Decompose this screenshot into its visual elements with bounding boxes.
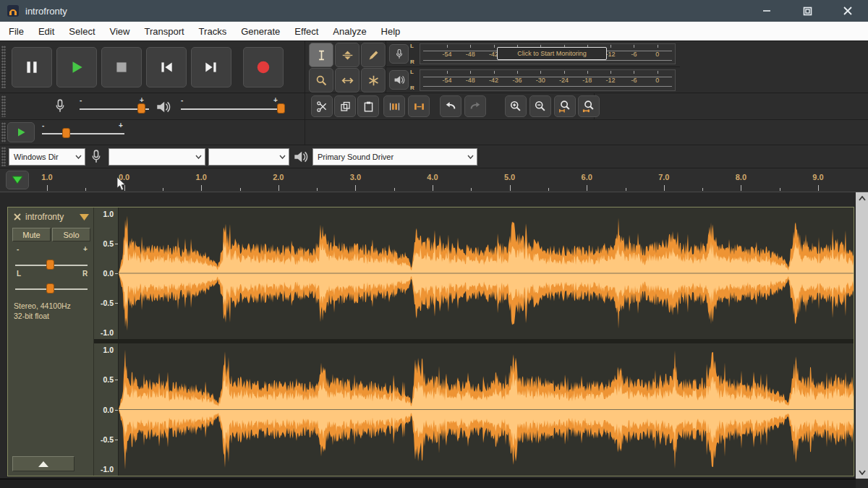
mixer-toolbar: - + - + — [0, 93, 305, 119]
meter-right-label: R — [410, 59, 414, 65]
silence-audio-icon — [413, 100, 425, 113]
record-button[interactable] — [243, 47, 284, 87]
multi-tool-button[interactable] — [361, 68, 386, 93]
zoom-tool-button[interactable] — [309, 68, 333, 93]
maximize-button[interactable] — [793, 0, 822, 22]
meter-scale-label: 0 — [655, 51, 659, 58]
minimize-button[interactable] — [752, 0, 781, 22]
recording-device-dropdown[interactable] — [109, 148, 205, 166]
close-track-button[interactable] — [13, 213, 22, 221]
recording-volume-min-label: - — [80, 96, 82, 104]
solo-button[interactable]: Solo — [52, 228, 90, 241]
track-menu-arrow-icon[interactable] — [80, 214, 89, 221]
meter-tick — [658, 71, 658, 74]
recording-channels-dropdown[interactable] — [208, 148, 289, 166]
toolbar-grip[interactable] — [1, 122, 6, 143]
meter-tick — [494, 71, 495, 74]
selection-tool-button[interactable] — [309, 43, 333, 67]
copy-button[interactable] — [334, 95, 356, 117]
menu-generate[interactable]: Generate — [234, 23, 287, 40]
vertical-scrollbar[interactable] — [856, 192, 868, 479]
draw-tool-button[interactable] — [361, 43, 386, 67]
playback-meter-scale[interactable]: -54-48-42-36-30-24-18-12-60 — [420, 69, 676, 91]
timeline-minor-tick — [702, 188, 703, 191]
collapse-track-button[interactable] — [12, 456, 75, 471]
amplitude-label: 0.0 — [103, 406, 114, 414]
timeline-major-tick — [510, 185, 511, 191]
timeline-pin-button[interactable] — [6, 171, 29, 189]
menu-transport[interactable]: Transport — [137, 23, 191, 40]
timeline-label: 9.0 — [812, 173, 823, 181]
gain-thumb[interactable] — [46, 260, 54, 270]
chevron-down-icon — [467, 155, 474, 159]
waveform-right-channel[interactable] — [119, 343, 854, 476]
menu-file[interactable]: File — [1, 23, 31, 40]
speed-min-label: - — [42, 121, 44, 129]
fit-selection-button[interactable] — [554, 95, 576, 117]
skip-to-start-button[interactable] — [146, 47, 187, 87]
timeline-ruler[interactable]: 1.00.01.02.03.04.05.06.07.08.09.0 — [0, 168, 868, 192]
menu-tracks[interactable]: Tracks — [192, 23, 234, 40]
scroll-down-icon[interactable] — [859, 470, 866, 475]
audio-host-dropdown[interactable]: Windows Dir — [9, 148, 85, 166]
recording-meter-button[interactable] — [389, 44, 409, 64]
meter-tick — [447, 45, 448, 48]
zoom-in-button[interactable] — [505, 95, 527, 117]
timeshift-tool-icon — [341, 74, 354, 87]
envelope-tool-button[interactable] — [335, 43, 359, 67]
audacity-window: introfronty FileEditSelectViewTransportT… — [0, 0, 868, 488]
timeline-minor-tick — [240, 188, 241, 191]
toolbar-grip[interactable] — [1, 147, 6, 166]
stop-icon — [114, 59, 129, 75]
menu-view[interactable]: View — [103, 23, 137, 40]
menu-select[interactable]: Select — [61, 23, 102, 40]
recording-volume-thumb[interactable] — [137, 103, 145, 114]
menu-edit[interactable]: Edit — [31, 23, 61, 40]
toolbar-grip[interactable] — [1, 46, 6, 89]
horizontal-scrollbar[interactable] — [0, 479, 856, 488]
toolbar-grip[interactable] — [1, 95, 6, 117]
vertical-ruler-right-channel[interactable]: 1.00.50.0-0.5-1.0 — [94, 343, 119, 476]
pause-button[interactable] — [12, 47, 52, 87]
waveform-left-channel[interactable] — [119, 207, 854, 339]
redo-button[interactable] — [464, 95, 486, 117]
play-button[interactable] — [56, 47, 97, 87]
recording-meter-toolbar: LR -54-48-42-36-30-24-18-12-60 Click to … — [386, 41, 680, 67]
play-speed-thumb[interactable] — [62, 128, 70, 138]
cut-button[interactable] — [311, 95, 333, 117]
skip-to-end-button[interactable] — [191, 47, 231, 87]
ruler-tick — [115, 380, 118, 380]
meter-scale-label: -42 — [489, 77, 498, 84]
pan-thumb[interactable] — [46, 283, 54, 294]
vertical-ruler-left-channel[interactable]: 1.00.50.0-0.5-1.0 — [94, 207, 119, 339]
playback-meter-button[interactable] — [389, 70, 409, 90]
menubar: FileEditSelectViewTransportTracksGenerat… — [0, 22, 868, 41]
play-speed-slider[interactable] — [42, 133, 124, 134]
playback-volume-thumb[interactable] — [277, 103, 285, 114]
undo-button[interactable] — [440, 95, 461, 117]
close-button[interactable] — [833, 0, 862, 22]
menu-effect[interactable]: Effect — [287, 23, 326, 40]
recording-meter-scale[interactable]: -54-48-42-36-30-24-18-12-60 Click to Sta… — [420, 43, 676, 64]
play-at-speed-button[interactable] — [7, 122, 35, 142]
zoom-out-button[interactable] — [529, 95, 551, 117]
playback-volume-slider[interactable] — [181, 108, 284, 110]
menu-analyze[interactable]: Analyze — [326, 23, 373, 40]
chevron-down-icon — [195, 155, 202, 159]
monitoring-prompt[interactable]: Click to Start Monitoring — [497, 47, 607, 60]
trim-audio-button[interactable] — [383, 95, 405, 117]
track-title[interactable]: introfronty — [25, 212, 64, 222]
playback-device-dropdown[interactable]: Primary Sound Driver — [312, 148, 477, 166]
timeshift-tool-button[interactable] — [335, 68, 359, 93]
stop-button[interactable] — [101, 47, 142, 87]
mic-icon — [393, 48, 405, 60]
silence-audio-button[interactable] — [408, 95, 430, 117]
scroll-up-icon[interactable] — [859, 196, 866, 201]
mute-button[interactable]: Mute — [12, 228, 51, 241]
fit-project-button[interactable] — [578, 95, 600, 117]
meter-scale-label: 0 — [655, 77, 659, 84]
playback-volume-max-label: + — [273, 96, 278, 104]
menu-help[interactable]: Help — [374, 23, 408, 40]
paste-button[interactable] — [357, 95, 379, 117]
draw-tool-icon — [367, 49, 380, 61]
